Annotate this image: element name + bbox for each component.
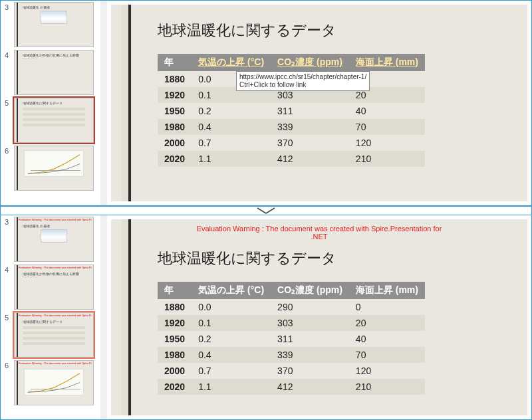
thumb-slide-5-selected[interactable]: Evaluation Warning : The document was cr…: [14, 312, 94, 358]
thumb-slide-4[interactable]: 地球温暖化が作物の収穫に与える影響 • … • … • …: [14, 50, 94, 95]
thumbnail-strip-bottom[interactable]: 3 Evaluation Warning : The document was …: [1, 215, 107, 420]
accent-stripe: [17, 313, 18, 357]
thumb-chart-icon: [24, 369, 84, 395]
thumbnail-strip-top[interactable]: 3 地球温暖化 の基礎 4 地球温暖化が作物の収穫に与える影響 • … • … …: [1, 1, 107, 205]
accent-stripe: [17, 217, 18, 261]
thumb-row-4[interactable]: 4 Evaluation Warning : The document was …: [5, 264, 107, 310]
thumb-slide-6[interactable]: [14, 146, 94, 191]
thumb-title: 地球温暖化に関するデータ: [23, 101, 89, 105]
cell-temp: 0.2: [192, 103, 271, 119]
cell-co2: 370: [271, 363, 349, 379]
slide-editor-top[interactable]: 地球温暖化に関するデータ 年 気温の上昇 (°C) CO₂濃度 (ppm) 海面…: [107, 1, 531, 205]
cell-year: 2000: [158, 363, 192, 379]
slide-canvas-top[interactable]: 地球温暖化に関するデータ 年 気温の上昇 (°C) CO₂濃度 (ppm) 海面…: [111, 5, 527, 201]
cell-sea: 20: [349, 315, 425, 331]
slide-canvas-bottom[interactable]: Evaluation Warning : The document was cr…: [111, 219, 527, 416]
table-row: 19200.130320: [158, 315, 425, 331]
scrollbar-thumb[interactable]: [101, 255, 106, 295]
thumb-chart-icon: [24, 150, 84, 177]
cell-co2: 311: [271, 103, 349, 119]
chevron-down-icon: [256, 207, 276, 215]
thumb-number: 4: [5, 50, 11, 59]
table-body-bottom: 18800.0290019200.13032019500.23114019800…: [158, 299, 425, 395]
thumb-row-6[interactable]: 6: [5, 146, 107, 191]
cell-year: 2020: [158, 151, 192, 167]
slide-editor-bottom[interactable]: Evaluation Warning : The document was cr…: [107, 215, 531, 420]
thumb-number: 6: [5, 146, 11, 155]
table-row: 20201.1412210: [158, 379, 425, 395]
thumb-row-3[interactable]: 3 Evaluation Warning : The document was …: [5, 217, 107, 262]
slide-accent-bar: [122, 219, 131, 416]
cell-co2: 303: [271, 315, 349, 331]
scrollbar-thumb[interactable]: [101, 41, 106, 80]
cell-sea: 40: [349, 103, 425, 119]
cell-co2: 311: [271, 331, 349, 347]
table-header-row: 年 気温の上昇 (°C) CO₂濃度 (ppm) 海面上昇 (mm): [158, 54, 425, 71]
cell-temp: 0.1: [192, 315, 271, 331]
thumb-eval-warning: Evaluation Warning : The document was cr…: [19, 266, 92, 269]
bottom-panel: 3 Evaluation Warning : The document was …: [1, 215, 531, 420]
col-sea-link[interactable]: 海面上昇 (mm): [349, 54, 425, 71]
thumb-row-5[interactable]: 5 地球温暖化に関するデータ: [5, 98, 107, 143]
col-temp: 気温の上昇 (°C): [192, 282, 271, 299]
table-row: 20000.7370120: [158, 135, 425, 151]
thumb-slide-3[interactable]: 地球温暖化 の基礎: [14, 2, 94, 47]
eval-warning-line1: Evaluation Warning : The document was cr…: [197, 225, 442, 233]
cell-year: 1920: [158, 87, 192, 103]
thumb-row-4[interactable]: 4 地球温暖化が作物の収穫に与える影響 • … • … • …: [5, 50, 107, 95]
cell-sea: 40: [349, 331, 425, 347]
accent-stripe: [17, 146, 18, 190]
tooltip-url: https://www.ipcc.ch/sr15/chapter/chapter…: [239, 73, 366, 80]
thumb-number: 5: [5, 312, 11, 322]
accent-stripe: [17, 3, 18, 47]
accent-stripe: [17, 51, 18, 94]
cell-year: 1980: [158, 119, 192, 135]
thumb-row-5[interactable]: 5 Evaluation Warning : The document was …: [5, 312, 107, 358]
col-temp-link[interactable]: 気温の上昇 (°C): [192, 54, 271, 71]
table-row: 18800.02900: [158, 299, 425, 315]
thumb-row-6[interactable]: 6 Evaluation Warning : The document was …: [5, 360, 107, 405]
evaluation-warning: Evaluation Warning : The document was cr…: [111, 225, 527, 241]
col-co2-link[interactable]: CO₂濃度 (ppm): [271, 54, 349, 71]
cell-year: 1950: [158, 103, 192, 119]
thumb-row-3[interactable]: 3 地球温暖化 の基礎: [5, 2, 107, 47]
cell-co2: 339: [271, 347, 349, 363]
table-header-row: 年 気温の上昇 (°C) CO₂濃度 (ppm) 海面上昇 (mm): [158, 282, 425, 299]
thumb-number: 5: [5, 98, 11, 107]
thumb-number: 3: [5, 2, 11, 11]
cell-co2: 339: [271, 119, 349, 135]
hyperlink-tooltip: https://www.ipcc.ch/sr15/chapter/chapter…: [236, 71, 370, 91]
before-after-divider: [1, 206, 531, 215]
thumb-title: 地球温暖化 の基礎: [23, 5, 89, 9]
cell-sea: 70: [349, 347, 425, 363]
cell-temp: 1.1: [192, 151, 271, 167]
eval-warning-line2: .NET: [111, 233, 527, 241]
table-row: 19500.231140: [158, 331, 425, 347]
col-year: 年: [158, 54, 192, 71]
thumb-slide-5-selected[interactable]: 地球温暖化に関するデータ: [14, 98, 94, 143]
thumb-slide-6[interactable]: Evaluation Warning : The document was cr…: [14, 360, 94, 405]
thumb-number: 6: [5, 360, 11, 369]
cell-temp: 0.7: [192, 363, 271, 379]
thumb-title: 地球温暖化に関するデータ: [23, 320, 89, 324]
cell-year: 2000: [158, 135, 192, 151]
cell-co2: 412: [271, 379, 349, 395]
slide-title: 地球温暖化に関するデータ: [158, 21, 507, 41]
cell-temp: 0.4: [192, 347, 271, 363]
thumb-number: 4: [5, 264, 11, 274]
thumb-eval-warning: Evaluation Warning : The document was cr…: [19, 362, 92, 365]
cell-co2: 412: [271, 151, 349, 167]
cell-sea: 210: [349, 151, 425, 167]
thumb-image: [41, 229, 67, 243]
slide-title: 地球温暖化に関するデータ: [158, 249, 507, 268]
cell-temp: 0.4: [192, 119, 271, 135]
thumb-slide-3[interactable]: Evaluation Warning : The document was cr…: [14, 217, 94, 262]
cell-year: 1920: [158, 315, 192, 331]
thumb-number: 3: [5, 217, 11, 226]
tooltip-hint: Ctrl+Click to follow link: [239, 81, 306, 88]
cell-sea: 120: [349, 135, 425, 151]
thumb-slide-4[interactable]: Evaluation Warning : The document was cr…: [14, 264, 94, 310]
cell-temp: 0.0: [192, 299, 271, 315]
thumb-table-icon: [23, 326, 85, 345]
accent-stripe: [17, 265, 18, 309]
